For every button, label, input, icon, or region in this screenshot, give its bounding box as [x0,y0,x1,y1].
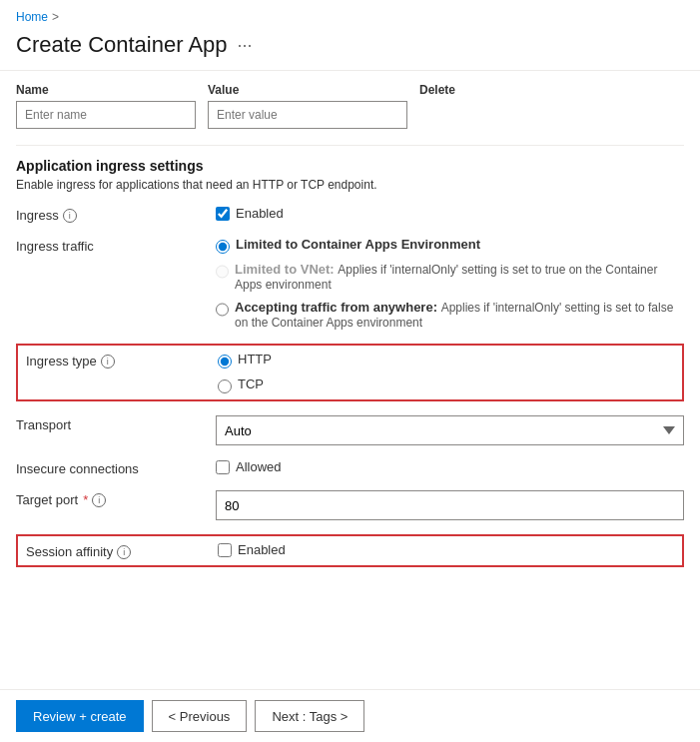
insecure-checkbox[interactable] [216,460,230,474]
next-button[interactable]: Next : Tags > [255,700,364,732]
env-value-input[interactable] [208,101,407,129]
transport-control: Auto HTTP/1 HTTP/2 GRPC [216,415,684,445]
session-affinity-highlighted-row: Session affinity i Enabled [16,534,684,567]
env-table-row [16,101,684,129]
insecure-checkbox-text: Allowed [236,459,282,474]
ingress-control: Enabled [216,206,684,221]
target-port-input[interactable] [216,490,684,520]
traffic-radio-group: Limited to Container Apps Environment Li… [216,237,684,330]
env-variables-table: Name Value Delete [16,83,684,129]
target-port-row: Target port * i [16,490,684,520]
ingress-checkbox[interactable] [216,207,230,221]
breadcrumb-separator: > [52,10,59,24]
col-value-header: Value [208,83,407,97]
previous-button[interactable]: < Previous [152,700,248,732]
ingress-checkbox-label[interactable]: Enabled [216,206,684,221]
insecure-connections-row: Insecure connections Allowed [16,459,684,476]
target-port-control [216,490,684,520]
session-affinity-checkbox-label[interactable]: Enabled [218,542,674,557]
col-delete-header: Delete [419,83,455,97]
ingress-type-label: Ingress type i [26,352,218,369]
env-table-header: Name Value Delete [16,83,684,97]
action-bar: Review + create < Previous Next : Tags > [0,689,700,742]
ingress-section: Application ingress settings Enable ingr… [16,158,684,567]
transport-row: Transport Auto HTTP/1 HTTP/2 GRPC [16,415,684,445]
session-affinity-control: Enabled [218,542,674,557]
traffic-option1-strong: Limited to Container Apps Environment [236,237,480,252]
insecure-checkbox-label[interactable]: Allowed [216,459,684,474]
breadcrumb-home[interactable]: Home [16,10,48,24]
traffic-option3-strong: Accepting traffic from anywhere: [235,300,437,315]
ingress-section-desc: Enable ingress for applications that nee… [16,178,684,192]
traffic-label-limited-container[interactable]: Limited to Container Apps Environment [236,237,480,252]
ingress-section-title: Application ingress settings [16,158,684,174]
page-title: Create Container App [16,32,228,58]
ingress-traffic-row: Ingress traffic Limited to Container App… [16,237,684,330]
session-affinity-checkbox-text: Enabled [238,542,286,557]
traffic-option-limited-vnet: Limited to VNet: Applies if 'internalOnl… [216,262,684,292]
page-title-ellipsis[interactable]: ··· [238,35,253,56]
traffic-option2-strong: Limited to VNet: [235,262,335,277]
session-affinity-label: Session affinity i [26,542,218,559]
transport-label: Transport [16,415,216,432]
ingress-label: Ingress i [16,206,216,223]
env-name-input[interactable] [16,101,196,129]
breadcrumb: Home > [0,0,700,28]
ingress-info-icon[interactable]: i [63,209,77,223]
ingress-traffic-control: Limited to Container Apps Environment Li… [216,237,684,330]
ingress-type-info-icon[interactable]: i [101,355,115,369]
traffic-radio-limited-vnet[interactable] [216,265,229,279]
session-affinity-checkbox[interactable] [218,543,232,557]
ingress-type-http-option: HTTP [218,352,674,369]
ingress-row: Ingress i Enabled [16,206,684,223]
traffic-label-limited-vnet: Limited to VNet: Applies if 'internalOnl… [235,262,684,292]
ingress-type-label-http[interactable]: HTTP [238,352,272,367]
traffic-radio-anywhere[interactable] [216,303,229,317]
target-port-label: Target port * i [16,490,216,507]
ingress-type-radio-http[interactable] [218,355,232,369]
main-content: Name Value Delete Application ingress se… [0,71,700,567]
insecure-label: Insecure connections [16,459,216,476]
traffic-radio-limited-container[interactable] [216,240,230,254]
ingress-type-label-tcp[interactable]: TCP [238,376,264,391]
traffic-option-anywhere: Accepting traffic from anywhere: Applies… [216,300,684,330]
ingress-checkbox-text: Enabled [236,206,284,221]
ingress-type-radio-tcp[interactable] [218,379,232,393]
ingress-type-radio-group: HTTP TCP [218,352,674,393]
insecure-control: Allowed [216,459,684,474]
transport-select[interactable]: Auto HTTP/1 HTTP/2 GRPC [216,415,684,445]
traffic-option-limited-container: Limited to Container Apps Environment [216,237,684,254]
ingress-type-tcp-option: TCP [218,376,674,393]
target-port-info-icon[interactable]: i [92,493,106,507]
traffic-label-anywhere: Accepting traffic from anywhere: Applies… [235,300,684,330]
ingress-type-highlighted-row: Ingress type i HTTP TCP [16,344,684,401]
ingress-type-control: HTTP TCP [218,352,674,393]
page-title-area: Create Container App ··· [0,28,700,70]
col-name-header: Name [16,83,196,97]
review-create-button[interactable]: Review + create [16,700,144,732]
ingress-traffic-label: Ingress traffic [16,237,216,254]
session-affinity-info-icon[interactable]: i [117,545,131,559]
